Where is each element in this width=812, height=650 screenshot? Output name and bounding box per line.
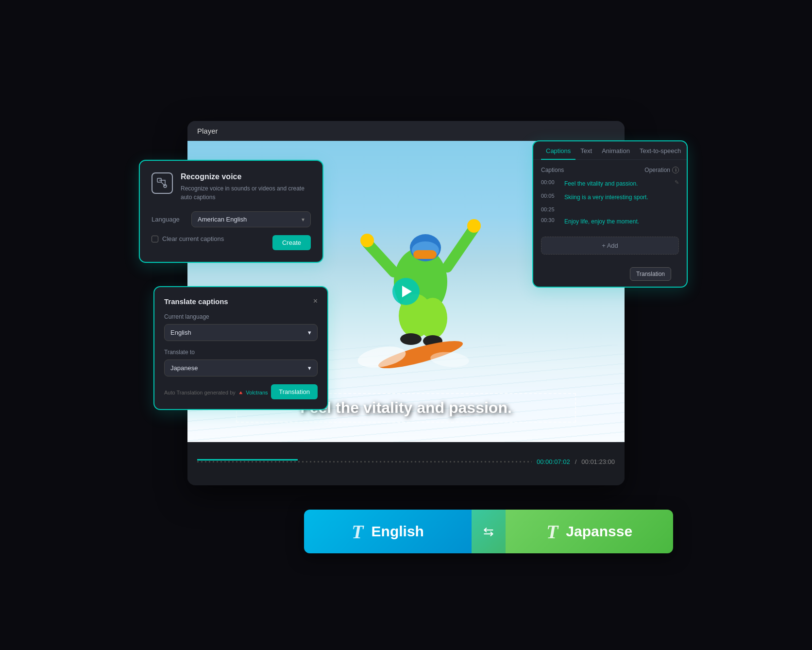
caption-time-1: 00:00 <box>541 179 558 185</box>
chevron-down-icon: ▾ <box>302 216 304 223</box>
close-icon[interactable]: × <box>313 297 318 306</box>
tab-text[interactable]: Text <box>575 141 597 159</box>
translation-button[interactable]: Translation <box>271 384 318 399</box>
captions-body: Captions Operation ℹ 00:00 Feel the vita… <box>533 160 687 261</box>
svg-point-9 <box>418 298 447 339</box>
footer-text-group: Auto Translation generated by 🔺 Volctran… <box>164 388 268 396</box>
tab-text-to-speech[interactable]: Text-to-speech <box>635 141 686 159</box>
japanese-side: T Japansse <box>506 510 673 553</box>
translate-to-dropdown[interactable]: Japanese ▾ <box>164 359 318 376</box>
captions-col-headers: Captions Operation ℹ <box>541 167 679 173</box>
chevron-down-icon: ▾ <box>308 364 311 372</box>
english-side: T English <box>304 510 472 553</box>
language-value: American English <box>198 216 247 223</box>
create-button[interactable]: Create <box>272 235 311 250</box>
caption-entry-1: 00:00 Feel the vitality and passion. ✎ <box>541 179 679 188</box>
caption-time-3: 00:25 <box>541 206 558 212</box>
caption-text-4[interactable]: Enjoy life, enjoy the moment. <box>564 217 679 226</box>
operation-col-label: Operation ℹ <box>644 167 679 173</box>
translation-footer: Auto Translation generated by 🔺 Volctran… <box>164 384 318 399</box>
svg-line-5 <box>447 228 474 267</box>
chevron-down-icon: ▾ <box>308 329 311 336</box>
player-header: Player <box>187 121 625 141</box>
svg-point-10 <box>400 333 422 345</box>
translate-captions-panel: Translate captions × Current language En… <box>153 286 328 410</box>
caption-time-4: 00:30 <box>541 217 558 223</box>
caption-text-2[interactable]: Skiing is a very interesting sport. <box>564 193 679 202</box>
play-button[interactable] <box>392 278 420 305</box>
caption-text-1[interactable]: Feel the vitality and passion. <box>564 179 669 188</box>
japanese-text-icon: T <box>546 520 558 543</box>
caption-entry-4: 00:30 Enjoy life, enjoy the moment. <box>541 217 679 226</box>
japanese-label: Japansse <box>566 523 632 540</box>
recognize-header: Recognize voice Recognize voice in sound… <box>152 172 311 202</box>
tab-captions[interactable]: Captions <box>541 141 575 159</box>
clear-captions-label: Clear current captions <box>162 235 224 242</box>
add-caption-button[interactable]: + Add <box>541 237 679 255</box>
captions-col-label: Captions <box>541 167 564 173</box>
snowboarder-figure <box>353 204 489 369</box>
language-dropdown[interactable]: American English ▾ <box>191 211 311 227</box>
caption-entry-2: 00:05 Skiing is a very interesting sport… <box>541 193 679 202</box>
swap-arrows-icon: ⇆ <box>483 524 494 539</box>
clear-captions-row: Clear current captions <box>152 235 224 242</box>
recognize-icon <box>152 172 173 194</box>
translate-title: Translate captions <box>164 297 228 306</box>
info-icon: ℹ <box>672 167 679 173</box>
svg-rect-3 <box>413 250 437 259</box>
current-language-dropdown[interactable]: English ▾ <box>164 324 318 341</box>
current-time: 00:00:07:02 <box>537 458 570 465</box>
svg-line-4 <box>367 243 394 272</box>
edit-icon-1[interactable]: ✎ <box>675 179 679 186</box>
recognize-title: Recognize voice <box>181 172 311 181</box>
clear-captions-checkbox[interactable] <box>152 236 158 242</box>
caption-entry-3: 00:25 <box>541 206 679 212</box>
timeline-bar: 00:00:07:02 / 00:01:23:00 <box>187 442 625 481</box>
caption-time-2: 00:05 <box>541 193 558 199</box>
player-title: Player <box>197 127 218 135</box>
svg-point-6 <box>360 234 374 247</box>
recognize-description: Recognize voice in sounds or videos and … <box>181 184 311 202</box>
recognize-voice-panel: Recognize voice Recognize voice in sound… <box>139 160 323 263</box>
svg-point-7 <box>467 219 481 233</box>
captions-tabs: Captions Text Animation Text-to-speech <box>533 141 687 160</box>
language-label: Language <box>152 216 186 223</box>
english-label: English <box>372 523 424 540</box>
volctrans-brand: 🔺 Volctrans <box>237 390 268 395</box>
total-time: 00:01:23:00 <box>581 458 615 465</box>
timeline-track[interactable] <box>197 461 532 462</box>
translate-to-value: Japanese <box>170 364 198 372</box>
translation-tag-button[interactable]: Translation <box>630 267 671 281</box>
time-separator: / <box>575 458 577 465</box>
current-language-label: Current language <box>164 313 318 320</box>
captions-panel: Captions Text Animation Text-to-speech C… <box>532 140 688 288</box>
english-text-icon: T <box>352 520 363 543</box>
recognize-text: Recognize voice Recognize voice in sound… <box>181 172 311 202</box>
footer-text: Auto Translation generated by <box>164 390 236 395</box>
language-row: Language American English ▾ <box>152 211 311 227</box>
translate-header: Translate captions × <box>164 297 318 306</box>
current-language-value: English <box>170 329 191 336</box>
translate-to-label: Translate to <box>164 349 318 356</box>
tab-animation[interactable]: Animation <box>597 141 635 159</box>
translation-arrows: ⇆ <box>472 510 506 553</box>
translation-bar: T English ⇆ T Japansse <box>304 510 673 553</box>
main-container: Player <box>139 82 673 568</box>
